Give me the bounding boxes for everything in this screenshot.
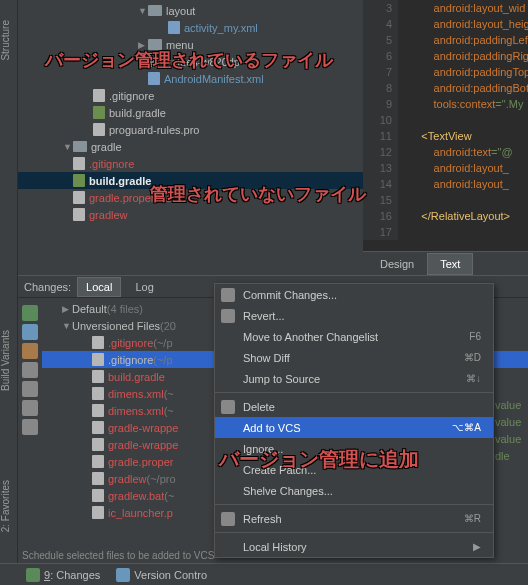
menu-label: Add to VCS [243,422,300,434]
tree-label: gradle [91,141,122,153]
menu-item[interactable]: Commit Changes... [215,284,493,305]
tree-item[interactable]: ▼layout [18,2,363,19]
annotation-versioned: バージョン管理されているファイル [45,48,333,72]
code-editor[interactable]: 34567891011121314151617 android:layout_w… [363,0,528,275]
refresh-icon [221,512,235,526]
file-icon [92,438,104,451]
tree-item[interactable]: ▼gradle [18,138,363,155]
version-control-button[interactable]: Version Contro [108,566,215,584]
menu-label: Commit Changes... [243,289,337,301]
context-menu: Commit Changes...Revert...Move to Anothe… [214,283,494,558]
menu-item[interactable]: Revert... [215,305,493,326]
revert-icon[interactable] [22,343,38,359]
revert-icon [221,309,235,323]
file-icon [92,353,104,366]
file-icon [92,421,104,434]
tree-item[interactable]: gradlew [18,206,363,223]
menu-shortcut: ⌘D [464,352,481,363]
file-icon [92,489,104,502]
menu-item[interactable]: Move to Another ChangelistF6 [215,326,493,347]
menu-label: Shelve Changes... [243,485,333,497]
left-gutter: Structure Build Variants 2: Favorites [0,0,18,585]
diff-icon[interactable] [22,362,38,378]
build-variants-tab[interactable]: Build Variants [0,330,11,391]
refresh-icon[interactable] [22,305,38,321]
menu-shortcut: F6 [469,331,481,342]
tree-label: proguard-rules.pro [109,124,200,136]
tree-label: layout [166,5,195,17]
file-gradle-icon [93,106,105,119]
expand-icon[interactable] [22,419,38,435]
menu-item[interactable]: Local History▶ [215,536,493,557]
tree-label: build.gradle [89,175,151,187]
folder-icon [73,141,87,152]
vcs-icon [116,568,130,582]
menu-label: Delete [243,401,275,413]
folder-icon [148,5,162,16]
file-txt-icon [73,208,85,221]
menu-item[interactable]: Add to VCS⌥⌘A [215,417,493,438]
file-txt-icon [93,123,105,136]
file-gradle-icon [73,174,85,187]
code-area: android:layout_wid android:layout_heig a… [403,0,528,224]
x-icon [221,400,235,414]
menu-item[interactable]: Refresh⌘R [215,508,493,529]
changes-tool-button[interactable]: 9: Changes [18,566,108,584]
menu-label: Show Diff [243,352,290,364]
group-icon[interactable] [22,400,38,416]
changes-tab-log[interactable]: Log [127,278,161,296]
menu-label: Local History [243,541,307,553]
annotation-add-vcs: バージョン管理に追加 [219,446,419,473]
file-txt-icon [73,157,85,170]
bottom-tool-bar: 9: Changes Version Contro [0,563,528,585]
tree-label: AndroidManifest.xml [164,73,264,85]
tree-item[interactable]: AndroidManifest.xml [18,70,363,87]
menu-label: Revert... [243,310,285,322]
menu-item[interactable]: Jump to Source⌘↓ [215,368,493,389]
menu-item[interactable]: Shelve Changes... [215,480,493,501]
menu-label: Jump to Source [243,373,320,385]
tree-item[interactable]: .gitignore [18,155,363,172]
file-xml-icon [168,21,180,34]
favorites-tab[interactable]: 2: Favorites [0,480,11,532]
changes-icon [26,568,40,582]
structure-tab[interactable]: Structure [0,20,11,61]
file-icon [92,370,104,383]
menu-label: Move to Another Changelist [243,331,378,343]
tab-text[interactable]: Text [427,253,473,275]
menu-shortcut: ▶ [473,541,481,552]
menu-item[interactable]: Show Diff⌘D [215,347,493,368]
tree-label: build.gradle [109,107,166,119]
tree-label: .gitignore [109,90,154,102]
changes-tab-local[interactable]: Local [77,277,121,297]
tree-label: .gitignore [89,158,134,170]
changes-title: Changes: [24,281,71,293]
project-tree[interactable]: ▼layoutactivity_my.xml▶menu▼values-w820d… [18,0,363,275]
tab-design[interactable]: Design [367,253,427,275]
line-gutter: 34567891011121314151617 [363,0,398,240]
tree-item[interactable]: build.gradle [18,104,363,121]
file-txt-icon [73,191,85,204]
annotation-unmanaged: 管理されていないファイル [150,182,366,206]
editor-bg-text: valuevaluevaluedle [495,397,521,465]
menu-label: Refresh [243,513,282,525]
editor-tabs: Design Text [363,251,528,275]
file-icon [92,506,104,519]
file-icon [92,472,104,485]
file-txt-icon [93,89,105,102]
changelist-icon[interactable] [22,381,38,397]
menu-item[interactable]: Delete [215,396,493,417]
tree-item[interactable]: activity_my.xml [18,19,363,36]
menu-shortcut: ⌥⌘A [452,422,481,433]
tree-item[interactable]: .gitignore [18,87,363,104]
menu-shortcut: ⌘R [464,513,481,524]
tree-item[interactable]: proguard-rules.pro [18,121,363,138]
vcs-icon [221,288,235,302]
tree-label: activity_my.xml [184,22,258,34]
file-icon [92,336,104,349]
commit-icon[interactable] [22,324,38,340]
file-icon [92,404,104,417]
file-icon [92,387,104,400]
tree-label: gradlew [89,209,128,221]
file-xml-icon [148,72,160,85]
